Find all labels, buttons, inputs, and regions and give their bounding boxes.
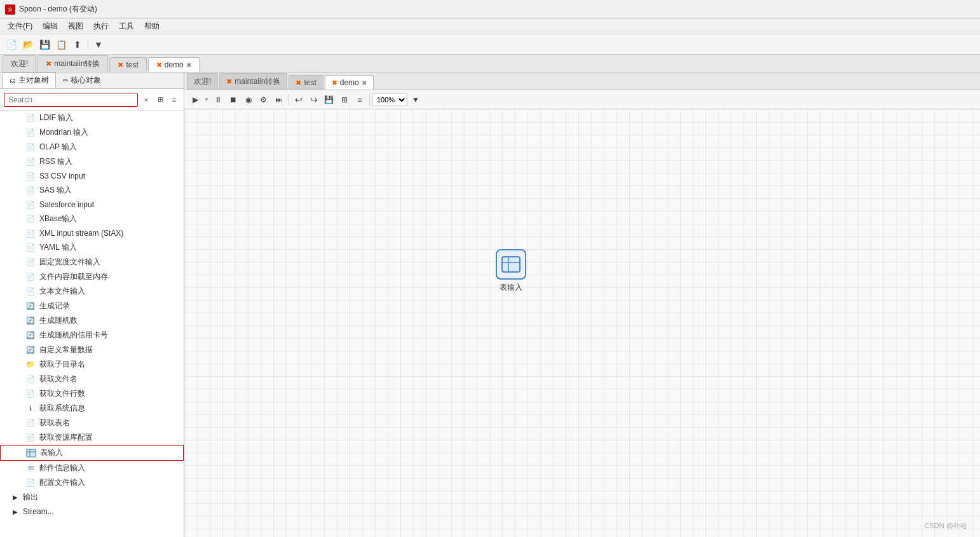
email-input-icon: ✉ <box>25 463 36 473</box>
list-item[interactable]: 📄 YAML 输入 <box>0 240 184 255</box>
toolbar-export-btn[interactable]: ⬆ <box>70 37 85 51</box>
stream-folder-arrow: ▶ <box>13 508 20 515</box>
search-clear-btn[interactable]: × <box>140 94 152 105</box>
editor-tab-welcome[interactable]: 欢迎! <box>187 73 218 90</box>
save-canvas-btn[interactable]: 💾 <box>322 93 336 107</box>
list-item[interactable]: 📄 配置文件输入 <box>0 475 184 490</box>
perspective-tab-welcome[interactable]: 欢迎! <box>3 55 36 72</box>
undo-btn[interactable]: ↩ <box>292 93 306 107</box>
text-file-icon: 📄 <box>25 287 36 297</box>
list-item[interactable]: 📄 S3 CSV input <box>0 169 184 183</box>
list-item[interactable]: 🔄 生成记录 <box>0 299 184 313</box>
list-item[interactable]: 📄 RSS 输入 <box>0 154 184 169</box>
list-item[interactable]: 📄 获取资源库配置 <box>0 430 184 445</box>
toolbar-save-btn[interactable]: 💾 <box>37 37 52 51</box>
canvas-sep-1 <box>289 94 289 105</box>
maintaiin-editor-icon: ✖ <box>226 78 232 86</box>
perspective-tab-maintaiin[interactable]: ✖ maintaiin转换 <box>37 55 108 72</box>
editor-tab-maintaiin[interactable]: ✖ maintaiin转换 <box>219 73 287 90</box>
align-btn[interactable]: ⊞ <box>337 93 351 107</box>
editor-tab-demo[interactable]: ✖ demo ✖ <box>325 75 374 90</box>
list-item[interactable]: 📁 获取子目录名 <box>0 357 184 372</box>
list-item[interactable]: 🔄 自定义常量数据 <box>0 343 184 357</box>
demo-editor-icon: ✖ <box>332 79 337 87</box>
list-item[interactable]: 🔄 生成随机的信用卡号 <box>0 328 184 343</box>
panel-tab-main-tree[interactable]: 🗂 主对象树 <box>3 72 56 88</box>
table-input-list-item[interactable]: 表输入 <box>0 445 184 461</box>
maintaiin-tab-label: maintaiin转换 <box>54 58 100 69</box>
run-dropdown-btn[interactable]: ▶ <box>188 93 202 107</box>
search-input[interactable] <box>4 93 138 107</box>
step-fwd-btn[interactable]: ⏭ <box>272 93 286 107</box>
list-item[interactable]: 📄 文件内容加载至内存 <box>0 269 184 284</box>
demo-editor-close[interactable]: ✖ <box>362 79 367 86</box>
list-item[interactable]: ✉ 邮件信息输入 <box>0 461 184 475</box>
panel-tabs: 🗂 主对象树 ✏ 核心对象 <box>0 72 184 89</box>
canvas-node-table-input[interactable]: 表输入 <box>496 249 526 293</box>
mondrian-icon: 📄 <box>25 128 36 138</box>
welcome-tab-label: 欢迎! <box>11 58 28 69</box>
menu-run[interactable]: 执行 <box>88 20 114 33</box>
item-label: 获取表名 <box>39 418 70 428</box>
canvas-node-icon <box>496 249 526 280</box>
list-item[interactable]: 📄 文本文件输入 <box>0 284 184 299</box>
menu-help[interactable]: 帮助 <box>139 20 165 33</box>
panel-tab-core-objects[interactable]: ✏ 核心对象 <box>56 72 108 88</box>
generate-records-icon: 🔄 <box>25 301 36 311</box>
list-item[interactable]: 📄 SAS 输入 <box>0 183 184 198</box>
debug-btn[interactable]: ⚙ <box>257 93 271 107</box>
canvas-content[interactable]: 表输入 <box>184 109 980 537</box>
search-bar: × ⊞ ≡ <box>0 89 184 111</box>
distribute-btn[interactable]: ≡ <box>353 93 367 107</box>
get-filename-icon: 📄 <box>25 374 36 384</box>
pause-btn[interactable]: ⏸ <box>211 93 225 107</box>
stream-folder-label: Stream... <box>23 507 54 516</box>
list-item[interactable]: 🔄 生成随机数 <box>0 313 184 328</box>
test-editor-icon: ✖ <box>296 79 301 87</box>
run-arrow[interactable]: ▼ <box>203 96 210 103</box>
menu-tools[interactable]: 工具 <box>114 20 139 33</box>
list-item[interactable]: 📄 Salesforce input <box>0 198 184 212</box>
list-item[interactable]: 📄 获取文件名 <box>0 372 184 386</box>
list-item[interactable]: 📄 获取表名 <box>0 416 184 430</box>
demo-tab-close[interactable]: ✖ <box>186 62 191 69</box>
perspective-tab-test[interactable]: ✖ test <box>109 57 146 72</box>
svg-rect-3 <box>502 257 520 272</box>
redo-btn[interactable]: ↪ <box>307 93 321 107</box>
app-icon-text: S <box>8 6 12 13</box>
toolbar-saveas-btn[interactable]: 📋 <box>53 37 69 51</box>
maintaiin-tab-icon: ✖ <box>46 60 51 68</box>
olap-icon: 📄 <box>25 142 36 153</box>
search-collapse-btn[interactable]: ≡ <box>168 94 180 105</box>
menu-file[interactable]: 文件(F) <box>3 20 37 33</box>
item-label: 获取系统信息 <box>39 403 85 414</box>
list-item[interactable]: 📄 XML input stream (StAX) <box>0 226 184 240</box>
zoom-dropdown-btn[interactable]: ▼ <box>409 93 423 107</box>
item-label: 获取文件行数 <box>39 388 85 399</box>
title-bar: S Spoon - demo (有变动) <box>0 0 980 19</box>
list-item[interactable]: 📄 Mondrian 输入 <box>0 125 184 140</box>
demo-tab-label: demo <box>165 60 184 69</box>
output-folder[interactable]: ▶ 输出 <box>0 490 184 505</box>
toolbar-dropdown-btn[interactable]: ▼ <box>91 37 106 51</box>
menu-edit[interactable]: 编辑 <box>37 20 63 33</box>
list-item[interactable]: 📄 LDIF 输入 <box>0 111 184 125</box>
toolbar-open-btn[interactable]: 📂 <box>20 37 36 51</box>
list-item[interactable]: 📄 OLAP 输入 <box>0 140 184 154</box>
xml-icon: 📄 <box>25 228 36 238</box>
list-item[interactable]: 📄 获取文件行数 <box>0 386 184 401</box>
content-area: 🗂 主对象树 ✏ 核心对象 × ⊞ ≡ 📄 LDIF 输入 <box>0 72 980 537</box>
toolbar-new-btn[interactable]: 📄 <box>4 37 19 51</box>
svg-rect-0 <box>27 449 36 457</box>
zoom-select[interactable]: 100% 50% 75% 125% 150% 200% <box>372 93 407 106</box>
preview-btn[interactable]: ◉ <box>242 93 255 107</box>
menu-view[interactable]: 视图 <box>63 20 88 33</box>
list-item[interactable]: 📄 XBase输入 <box>0 212 184 226</box>
stream-folder[interactable]: ▶ Stream... <box>0 505 184 519</box>
stop-btn[interactable]: ⏹ <box>226 93 240 107</box>
editor-tab-test[interactable]: ✖ test <box>289 75 323 90</box>
search-expand-btn[interactable]: ⊞ <box>154 94 166 105</box>
perspective-tab-demo[interactable]: ✖ demo ✖ <box>148 57 200 72</box>
list-item[interactable]: 📄 固定宽度文件输入 <box>0 255 184 269</box>
list-item[interactable]: ℹ 获取系统信息 <box>0 401 184 416</box>
